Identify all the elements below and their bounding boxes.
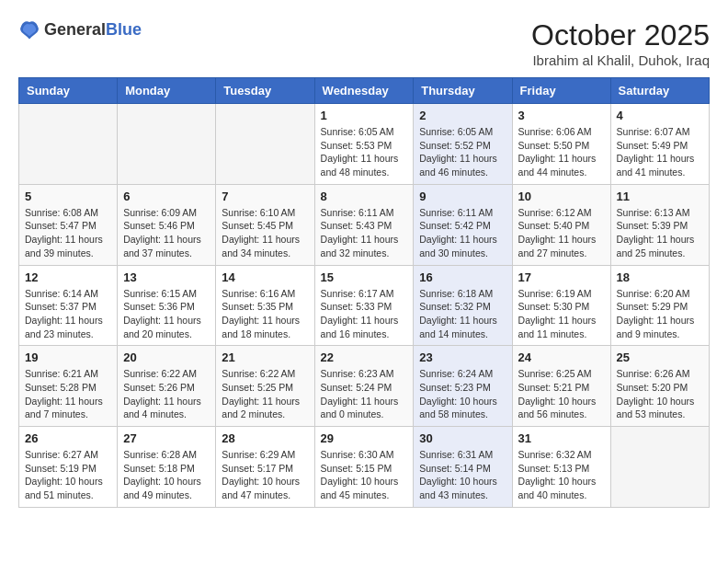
day-number: 26 [25, 431, 111, 445]
calendar-day-cell: 10Sunrise: 6:12 AMSunset: 5:40 PMDayligh… [512, 184, 610, 265]
weekday-header: Saturday [610, 78, 709, 104]
day-number: 20 [123, 350, 210, 364]
calendar-day-cell [216, 104, 314, 185]
calendar-day-cell [19, 104, 118, 185]
day-info: Sunrise: 6:31 AMSunset: 5:14 PMDaylight:… [419, 448, 506, 502]
calendar-day-cell: 18Sunrise: 6:20 AMSunset: 5:29 PMDayligh… [610, 265, 709, 346]
calendar-day-cell: 28Sunrise: 6:29 AMSunset: 5:17 PMDayligh… [216, 427, 314, 508]
calendar-day-cell: 5Sunrise: 6:08 AMSunset: 5:47 PMDaylight… [19, 184, 118, 265]
day-info: Sunrise: 6:05 AMSunset: 5:52 PMDaylight:… [419, 125, 506, 179]
calendar-day-cell: 30Sunrise: 6:31 AMSunset: 5:14 PMDayligh… [414, 427, 512, 508]
page-header: GeneralBlue October 2025 Ibrahim al Khal… [18, 18, 710, 68]
day-info: Sunrise: 6:12 AMSunset: 5:40 PMDaylight:… [518, 206, 605, 260]
calendar-day-cell: 19Sunrise: 6:21 AMSunset: 5:28 PMDayligh… [19, 346, 118, 427]
calendar-day-cell: 27Sunrise: 6:28 AMSunset: 5:18 PMDayligh… [118, 427, 216, 508]
calendar-day-cell: 25Sunrise: 6:26 AMSunset: 5:20 PMDayligh… [610, 346, 709, 427]
logo-text: GeneralBlue [44, 20, 142, 40]
day-number: 13 [123, 270, 210, 284]
calendar-day-cell: 11Sunrise: 6:13 AMSunset: 5:39 PMDayligh… [610, 184, 709, 265]
calendar-week-row: 26Sunrise: 6:27 AMSunset: 5:19 PMDayligh… [19, 427, 710, 508]
day-info: Sunrise: 6:32 AMSunset: 5:13 PMDaylight:… [518, 448, 605, 502]
calendar-day-cell: 31Sunrise: 6:32 AMSunset: 5:13 PMDayligh… [512, 427, 610, 508]
calendar-week-row: 12Sunrise: 6:14 AMSunset: 5:37 PMDayligh… [19, 265, 710, 346]
day-number: 3 [518, 109, 605, 122]
calendar-week-row: 19Sunrise: 6:21 AMSunset: 5:28 PMDayligh… [19, 346, 710, 427]
logo-icon [18, 18, 40, 40]
day-info: Sunrise: 6:07 AMSunset: 5:49 PMDaylight:… [617, 125, 703, 179]
calendar-day-cell: 7Sunrise: 6:10 AMSunset: 5:45 PMDaylight… [216, 184, 314, 265]
month-year: October 2025 [531, 18, 710, 52]
day-number: 22 [321, 350, 408, 364]
day-info: Sunrise: 6:29 AMSunset: 5:17 PMDaylight:… [222, 448, 308, 502]
day-number: 29 [321, 431, 408, 445]
calendar-day-cell: 12Sunrise: 6:14 AMSunset: 5:37 PMDayligh… [19, 265, 118, 346]
day-number: 18 [617, 270, 703, 284]
logo-general: General [44, 20, 106, 39]
calendar-day-cell: 20Sunrise: 6:22 AMSunset: 5:26 PMDayligh… [118, 346, 216, 427]
calendar-day-cell: 24Sunrise: 6:25 AMSunset: 5:21 PMDayligh… [512, 346, 610, 427]
day-info: Sunrise: 6:25 AMSunset: 5:21 PMDaylight:… [518, 367, 605, 421]
day-number: 5 [25, 190, 111, 203]
calendar-day-cell: 17Sunrise: 6:19 AMSunset: 5:30 PMDayligh… [512, 265, 610, 346]
day-number: 28 [222, 431, 308, 445]
calendar-week-row: 1Sunrise: 6:05 AMSunset: 5:53 PMDaylight… [19, 104, 710, 185]
calendar-day-cell: 2Sunrise: 6:05 AMSunset: 5:52 PMDaylight… [414, 104, 512, 185]
day-number: 10 [518, 190, 605, 203]
day-number: 16 [419, 270, 506, 284]
day-number: 9 [419, 190, 506, 203]
calendar-day-cell: 3Sunrise: 6:06 AMSunset: 5:50 PMDaylight… [512, 104, 610, 185]
calendar-header-row: SundayMondayTuesdayWednesdayThursdayFrid… [19, 78, 710, 104]
day-number: 11 [617, 190, 703, 203]
day-number: 21 [222, 350, 308, 364]
day-number: 30 [419, 431, 506, 445]
weekday-header: Sunday [19, 78, 118, 104]
day-number: 31 [518, 431, 605, 445]
day-info: Sunrise: 6:20 AMSunset: 5:29 PMDaylight:… [617, 287, 703, 341]
day-number: 24 [518, 350, 605, 364]
calendar-day-cell: 23Sunrise: 6:24 AMSunset: 5:23 PMDayligh… [414, 346, 512, 427]
calendar-day-cell: 13Sunrise: 6:15 AMSunset: 5:36 PMDayligh… [118, 265, 216, 346]
day-info: Sunrise: 6:10 AMSunset: 5:45 PMDaylight:… [222, 206, 308, 260]
day-number: 1 [321, 109, 408, 122]
day-info: Sunrise: 6:30 AMSunset: 5:15 PMDaylight:… [321, 448, 408, 502]
day-number: 2 [419, 109, 506, 122]
day-number: 27 [123, 431, 210, 445]
calendar-day-cell: 8Sunrise: 6:11 AMSunset: 5:43 PMDaylight… [314, 184, 414, 265]
day-info: Sunrise: 6:13 AMSunset: 5:39 PMDaylight:… [617, 206, 703, 260]
day-number: 23 [419, 350, 506, 364]
calendar-day-cell: 1Sunrise: 6:05 AMSunset: 5:53 PMDaylight… [314, 104, 414, 185]
calendar-day-cell: 22Sunrise: 6:23 AMSunset: 5:24 PMDayligh… [314, 346, 414, 427]
day-number: 6 [123, 190, 210, 203]
day-info: Sunrise: 6:24 AMSunset: 5:23 PMDaylight:… [419, 367, 506, 421]
day-number: 17 [518, 270, 605, 284]
calendar-day-cell: 6Sunrise: 6:09 AMSunset: 5:46 PMDaylight… [118, 184, 216, 265]
weekday-header: Tuesday [216, 78, 314, 104]
day-number: 25 [617, 350, 703, 364]
logo: GeneralBlue [18, 18, 142, 40]
weekday-header: Monday [118, 78, 216, 104]
day-number: 8 [321, 190, 408, 203]
day-info: Sunrise: 6:11 AMSunset: 5:42 PMDaylight:… [419, 206, 506, 260]
day-info: Sunrise: 6:09 AMSunset: 5:46 PMDaylight:… [123, 206, 210, 260]
weekday-header: Thursday [414, 78, 512, 104]
day-info: Sunrise: 6:08 AMSunset: 5:47 PMDaylight:… [25, 206, 111, 260]
calendar-table: SundayMondayTuesdayWednesdayThursdayFrid… [18, 77, 710, 508]
calendar-day-cell [610, 427, 709, 508]
day-number: 7 [222, 190, 308, 203]
day-info: Sunrise: 6:19 AMSunset: 5:30 PMDaylight:… [518, 287, 605, 341]
day-number: 4 [617, 109, 703, 122]
day-info: Sunrise: 6:16 AMSunset: 5:35 PMDaylight:… [222, 287, 308, 341]
calendar-day-cell: 14Sunrise: 6:16 AMSunset: 5:35 PMDayligh… [216, 265, 314, 346]
day-number: 12 [25, 270, 111, 284]
title-block: October 2025 Ibrahim al Khalil, Duhok, I… [531, 18, 710, 68]
day-info: Sunrise: 6:14 AMSunset: 5:37 PMDaylight:… [25, 287, 111, 341]
day-info: Sunrise: 6:18 AMSunset: 5:32 PMDaylight:… [419, 287, 506, 341]
weekday-header: Wednesday [314, 78, 414, 104]
day-number: 14 [222, 270, 308, 284]
day-info: Sunrise: 6:23 AMSunset: 5:24 PMDaylight:… [321, 367, 408, 421]
day-info: Sunrise: 6:17 AMSunset: 5:33 PMDaylight:… [321, 287, 408, 341]
day-info: Sunrise: 6:28 AMSunset: 5:18 PMDaylight:… [123, 448, 210, 502]
day-info: Sunrise: 6:15 AMSunset: 5:36 PMDaylight:… [123, 287, 210, 341]
day-info: Sunrise: 6:22 AMSunset: 5:25 PMDaylight:… [222, 367, 308, 421]
calendar-day-cell [118, 104, 216, 185]
